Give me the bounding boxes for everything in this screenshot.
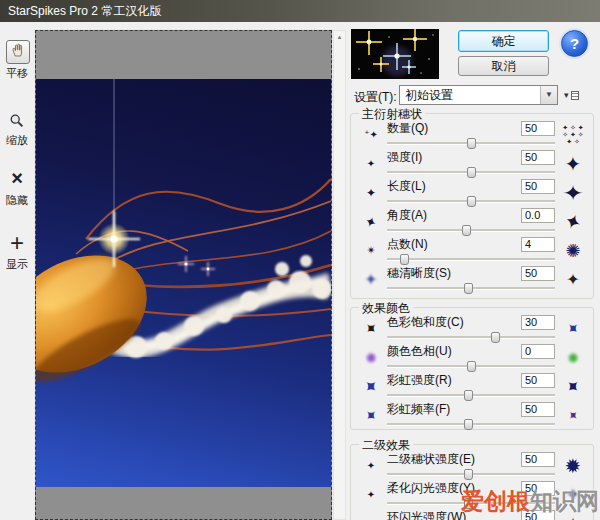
hide-tool-button[interactable]: × [0, 168, 34, 188]
value-input[interactable]: 50 [521, 121, 555, 136]
slider-track[interactable] [387, 254, 555, 265]
ring-flare-star-icon: ✦ [355, 509, 387, 520]
soft-flare-star-icon: ✦ [355, 480, 387, 509]
slider-label: 彩虹强度(R) [387, 373, 452, 388]
magnifier-icon [9, 115, 25, 132]
bright-star-icon: ✦ [555, 149, 591, 178]
slider-row: ✦彩虹强度(R)50✦ [351, 372, 593, 401]
preset-dropdown-value: 初始设置 [405, 88, 453, 102]
slider-thumb[interactable] [464, 419, 473, 430]
slider-label: 穗清晰度(S) [387, 266, 451, 281]
slider-label: 强度(I) [387, 150, 422, 165]
slider-row: ✺颜色色相(U)0✺ [351, 343, 593, 372]
watermark-text-gray: 知识网 [530, 488, 599, 514]
long-spike-star-icon: ✦ [549, 178, 598, 207]
slider-label: 环闪光强度(W) [387, 510, 466, 520]
slider-row: ✦穗清晰度(S)50✦ [351, 265, 593, 294]
slider-thumb[interactable] [400, 254, 409, 265]
preview-scrollbar[interactable]: ▴ [333, 30, 346, 520]
value-input[interactable]: 30 [521, 315, 555, 330]
flyout-arrow-icon: ▾ [564, 90, 569, 100]
slider-thumb[interactable] [462, 225, 471, 236]
group-effect-colors: 效果颜色 ✦色彩饱和度(C)30✦✺颜色色相(U)0✺✦彩虹强度(R)50✦✦彩… [350, 307, 594, 430]
window-title: StarSpikes Pro 2 常工汉化版 [8, 4, 161, 18]
preview-canvas[interactable] [35, 30, 332, 520]
watermark: 爱创根知识网 [461, 486, 599, 517]
slider-row: ✦二级穗状强度(E)50✹ [351, 451, 593, 480]
effect-thumbnail [351, 29, 439, 79]
slider-thumb[interactable] [467, 361, 476, 372]
blurry-star-icon: ✦ [355, 265, 387, 294]
slider-thumb[interactable] [464, 390, 473, 401]
hide-tool-label: 隐藏 [0, 193, 34, 208]
slider-label: 颜色色相(U) [387, 344, 452, 359]
slider-label: 彩虹频率(F) [387, 402, 450, 417]
sharp-star-icon: ✦ [555, 265, 591, 294]
pan-tool-button[interactable] [6, 40, 30, 64]
value-input[interactable]: 0.0 [521, 208, 555, 223]
preset-menu-button[interactable]: ▾ [564, 88, 584, 102]
slider-track[interactable] [387, 390, 555, 401]
value-input[interactable]: 50 [521, 266, 555, 281]
watermark-text-red: 爱创根 [461, 488, 530, 514]
slider-label: 数量(Q) [387, 121, 428, 136]
ok-button[interactable]: 确定 [458, 30, 549, 52]
slider-track[interactable] [387, 283, 555, 294]
slider-track[interactable] [387, 196, 555, 207]
slider-label: 二级穗状强度(E) [387, 452, 475, 467]
slider-track[interactable] [387, 469, 555, 480]
slider-thumb[interactable] [491, 332, 500, 343]
help-button[interactable]: ? [561, 30, 588, 57]
sparse-stars-icon: ⁺✦ [355, 120, 387, 149]
slider-track[interactable] [387, 332, 555, 343]
show-tool-button[interactable]: + [0, 232, 34, 254]
slider-thumb[interactable] [464, 469, 473, 480]
slider-row: ✦角度(A)0.0✦ [351, 207, 593, 236]
small-secondary-star-icon: ✦ [355, 451, 387, 480]
slider-thumb[interactable] [467, 196, 476, 207]
preview-image[interactable] [36, 79, 331, 487]
slider-thumb[interactable] [464, 283, 473, 294]
slider-track[interactable] [387, 419, 555, 430]
value-input[interactable]: 4 [521, 237, 555, 252]
few-points-star-icon: ✴ [355, 236, 387, 265]
group-primary-spikes: 主衍射穗状 ⁺✦数量(Q)50✦ ✧ ✦ ✧ ✦ ✧ ✦ ✧✦强度(I)50✦✦… [350, 113, 594, 299]
value-input[interactable]: 50 [521, 452, 555, 467]
preset-dropdown[interactable]: 初始设置 ▼ [399, 85, 558, 105]
slider-label: 长度(L) [387, 179, 426, 194]
slider-track[interactable] [387, 138, 555, 149]
settings-label: 设置(T): [354, 89, 397, 106]
window-title-bar[interactable]: StarSpikes Pro 2 常工汉化版 [0, 0, 600, 22]
value-input[interactable]: 50 [521, 150, 555, 165]
many-points-burst-icon: ✺ [555, 236, 591, 265]
value-input[interactable]: 0 [521, 344, 555, 359]
value-input[interactable]: 50 [521, 373, 555, 388]
slider-row: ✦长度(L)50✦ [351, 178, 593, 207]
slider-track[interactable] [387, 361, 555, 372]
slider-thumb[interactable] [467, 167, 476, 178]
hand-icon [10, 42, 26, 62]
dim-star-icon: ✦ [355, 149, 387, 178]
slider-label: 角度(A) [387, 208, 427, 223]
slider-track[interactable] [387, 167, 555, 178]
slider-thumb[interactable] [467, 138, 476, 149]
show-plus-icon: + [10, 229, 24, 256]
slider-row: ⁺✦数量(Q)50✦ ✧ ✦ ✧ ✦ ✧ ✦ ✧ [351, 120, 593, 149]
slider-label: 色彩饱和度(C) [387, 315, 464, 330]
cancel-button[interactable]: 取消 [458, 56, 549, 76]
chevron-down-icon[interactable]: ▼ [540, 86, 557, 104]
pan-tool-label: 平移 [0, 66, 34, 81]
slider-track[interactable] [387, 225, 555, 236]
starfield-thumbnail-image [351, 29, 439, 79]
hide-x-icon: × [11, 167, 23, 189]
dense-stars-icon: ✦ ✧ ✦ ✧ ✦ ✧ ✦ ✧ [555, 120, 591, 149]
value-input[interactable]: 50 [521, 402, 555, 417]
show-tool-label: 显示 [0, 257, 34, 272]
zoom-tool-label: 缩放 [0, 133, 34, 148]
jellyfish-image [36, 79, 331, 487]
slider-row: ✦彩虹频率(F)50✦ [351, 401, 593, 430]
zoom-tool-button[interactable] [0, 113, 34, 133]
scroll-up-icon[interactable]: ▴ [338, 33, 342, 40]
slider-row: ✦强度(I)50✦ [351, 149, 593, 178]
slider-row: ✴点数(N)4✺ [351, 236, 593, 265]
